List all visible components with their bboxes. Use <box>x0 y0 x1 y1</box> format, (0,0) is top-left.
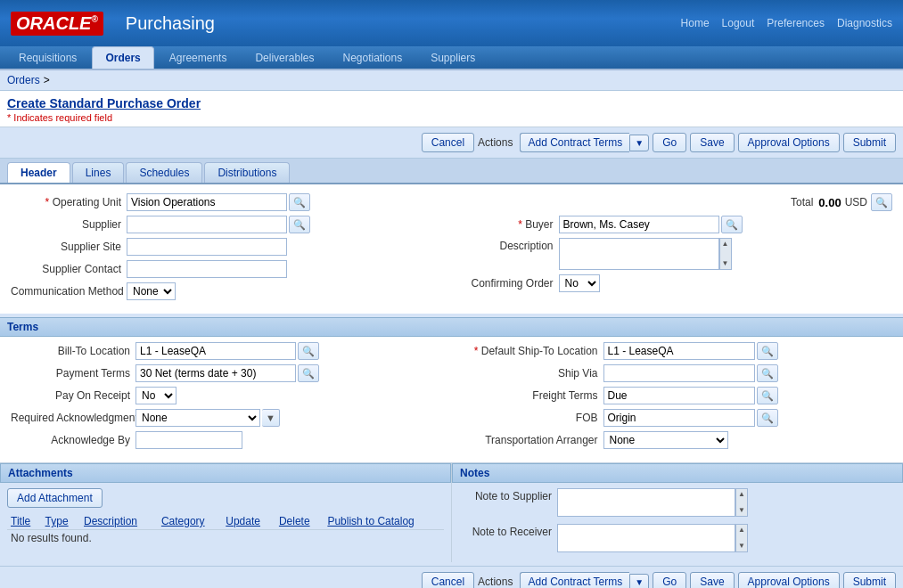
req-ack-label: Required Acknowledgment <box>11 412 135 424</box>
communication-label: Communication Method <box>11 285 127 298</box>
tab-suppliers[interactable]: Suppliers <box>417 46 488 69</box>
submit-button-top[interactable]: Submit <box>843 133 896 152</box>
description-textarea[interactable] <box>559 238 719 270</box>
note-receiver-scroll-down[interactable]: ▼ <box>738 541 745 551</box>
supplier-search-icon[interactable]: 🔍 <box>289 216 310 233</box>
operating-unit-input[interactable] <box>127 193 287 211</box>
ack-by-input[interactable] <box>135 431 242 449</box>
default-ship-row: Default Ship-To Location 🔍 <box>461 342 893 360</box>
sub-tab-lines[interactable]: Lines <box>72 162 125 183</box>
sub-tab-schedules[interactable]: Schedules <box>126 162 202 183</box>
bill-to-input[interactable] <box>135 342 296 360</box>
no-results-text: No results found. <box>11 528 92 548</box>
col-publish[interactable]: Publish to Catalog <box>324 513 444 530</box>
note-supplier-scroll-down[interactable]: ▼ <box>738 505 745 516</box>
note-supplier-scroll-up[interactable]: ▲ <box>738 489 745 500</box>
operating-unit-search-icon[interactable]: 🔍 <box>289 193 310 211</box>
terms-right-col: Default Ship-To Location 🔍 Ship Via 🔍 Fr… <box>461 342 893 453</box>
description-row: Description ▲ ▼ <box>461 238 893 270</box>
ship-via-search-icon[interactable]: 🔍 <box>757 364 778 382</box>
supplier-site-input[interactable] <box>127 238 287 256</box>
supplier-site-row: Supplier Site <box>11 238 443 256</box>
note-receiver-wrap: ▲ ▼ <box>557 524 748 552</box>
default-ship-input[interactable] <box>603 342 755 360</box>
cancel-button-top[interactable]: Cancel <box>422 133 474 152</box>
add-contract-arrow-top[interactable]: ▼ <box>629 135 649 151</box>
total-value: 0.00 <box>818 196 841 209</box>
req-ack-dropdown-icon[interactable]: ▼ <box>262 409 280 427</box>
buyer-search-icon[interactable]: 🔍 <box>721 216 743 233</box>
transport-select[interactable]: None <box>603 431 728 449</box>
notes-title: Notes <box>452 463 903 483</box>
currency-label: USD <box>845 196 867 208</box>
tab-requisitions[interactable]: Requisitions <box>5 46 90 69</box>
breadcrumb-orders[interactable]: Orders <box>7 74 40 86</box>
supplier-contact-input[interactable] <box>127 260 287 278</box>
communication-select[interactable]: None <box>127 282 176 300</box>
nav-logout[interactable]: Logout <box>722 17 755 29</box>
nav-preferences[interactable]: Preferences <box>767 17 825 29</box>
scroll-down-icon[interactable]: ▼ <box>722 258 729 269</box>
pay-on-label: Pay On Receipt <box>11 389 135 402</box>
payment-terms-search-icon[interactable]: 🔍 <box>298 364 319 382</box>
col-category[interactable]: Category <box>158 513 222 530</box>
col-title[interactable]: Title <box>7 513 42 530</box>
approval-options-button-top[interactable]: Approval Options <box>738 133 840 152</box>
note-supplier-textarea[interactable] <box>557 488 735 517</box>
col-delete[interactable]: Delete <box>275 513 324 530</box>
fob-input[interactable] <box>603 409 755 427</box>
save-button-bottom[interactable]: Save <box>690 572 734 588</box>
col-description[interactable]: Description <box>80 513 158 530</box>
note-receiver-textarea[interactable] <box>557 524 735 552</box>
payment-terms-label: Payment Terms <box>11 367 135 380</box>
oracle-brand: ORACLE® <box>11 12 103 36</box>
cancel-button-bottom[interactable]: Cancel <box>422 572 474 588</box>
freight-search-icon[interactable]: 🔍 <box>757 387 778 404</box>
buyer-row: Buyer 🔍 <box>461 216 893 233</box>
tab-negotiations[interactable]: Negotiations <box>329 46 415 69</box>
bill-to-label: Bill-To Location <box>11 345 135 357</box>
nav-home[interactable]: Home <box>681 17 710 29</box>
col-type[interactable]: Type <box>42 513 80 530</box>
fob-search-icon[interactable]: 🔍 <box>757 409 778 427</box>
add-contract-btn-bottom[interactable]: Add Contract Terms <box>520 572 629 588</box>
total-search-icon[interactable]: 🔍 <box>871 193 892 211</box>
form-left-col: Operating Unit 🔍 Supplier 🔍 Supplier Sit… <box>11 193 443 305</box>
description-textarea-wrap: ▲ ▼ <box>559 238 732 270</box>
tab-agreements[interactable]: Agreements <box>156 46 241 69</box>
tab-deliverables[interactable]: Deliverables <box>242 46 327 69</box>
ship-via-input[interactable] <box>603 364 755 382</box>
add-contract-btn-top[interactable]: Add Contract Terms <box>520 133 629 152</box>
add-attachment-button[interactable]: Add Attachment <box>7 488 103 508</box>
go-button-top[interactable]: Go <box>653 133 686 152</box>
scroll-up-icon[interactable]: ▲ <box>722 239 729 249</box>
sub-tab-distributions[interactable]: Distributions <box>204 162 290 183</box>
approval-options-button-bottom[interactable]: Approval Options <box>738 572 840 588</box>
confirming-select[interactable]: No Yes <box>559 274 600 292</box>
default-ship-search-icon[interactable]: 🔍 <box>757 342 778 360</box>
bill-to-search-icon[interactable]: 🔍 <box>298 342 319 360</box>
tab-orders[interactable]: Orders <box>92 46 153 69</box>
col-update[interactable]: Update <box>222 513 275 530</box>
add-contract-arrow-bottom[interactable]: ▼ <box>629 574 649 589</box>
req-ack-select[interactable]: None <box>135 409 260 427</box>
note-receiver-scroll-up[interactable]: ▲ <box>738 525 745 535</box>
supplier-input[interactable] <box>127 216 287 233</box>
confirming-label: Confirming Order <box>461 277 559 290</box>
submit-button-bottom[interactable]: Submit <box>843 572 896 588</box>
payment-terms-input[interactable] <box>135 364 296 382</box>
ship-via-row: Ship Via 🔍 <box>461 364 893 382</box>
save-button-top[interactable]: Save <box>690 133 734 152</box>
add-contract-dropdown-top: Add Contract Terms ▼ <box>520 133 649 152</box>
description-label: Description <box>461 238 559 252</box>
buyer-input[interactable] <box>559 216 719 233</box>
pay-on-select[interactable]: No Yes <box>135 387 176 404</box>
note-receiver-label: Note to Receiver <box>459 524 557 538</box>
freight-label: Freight Terms <box>461 389 603 402</box>
nav-diagnostics[interactable]: Diagnostics <box>837 17 892 29</box>
freight-input[interactable] <box>603 387 755 404</box>
page-title: Create Standard Purchase Order <box>7 96 896 110</box>
sub-tab-header[interactable]: Header <box>7 162 70 183</box>
supplier-site-label: Supplier Site <box>11 241 127 253</box>
go-button-bottom[interactable]: Go <box>653 572 686 588</box>
